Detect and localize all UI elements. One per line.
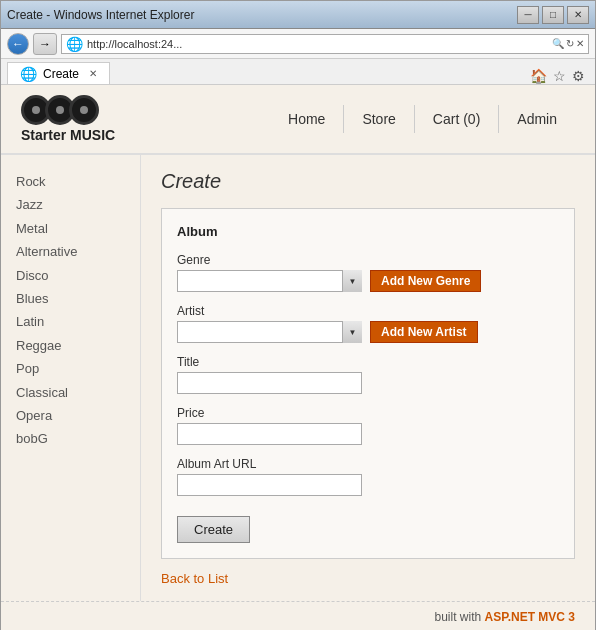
page-icon: 🌐 xyxy=(66,36,83,52)
genre-select[interactable] xyxy=(177,270,362,292)
sidebar-link-classical[interactable]: Classical xyxy=(16,381,125,404)
add-genre-button[interactable]: Add New Genre xyxy=(370,270,481,292)
sidebar-link-opera[interactable]: Opera xyxy=(16,404,125,427)
close-button[interactable]: ✕ xyxy=(567,6,589,24)
artist-group: Artist ▼ Add New Artist xyxy=(177,304,559,343)
sidebar-link-rock[interactable]: Rock xyxy=(16,170,125,193)
tab-bar: 🌐 Create ✕ 🏠 ☆ ⚙ xyxy=(1,59,595,85)
artist-label: Artist xyxy=(177,304,559,318)
genre-select-wrapper: ▼ xyxy=(177,270,362,292)
genre-label: Genre xyxy=(177,253,559,267)
form-box-title: Album xyxy=(177,224,559,239)
sidebar-link-blues[interactable]: Blues xyxy=(16,287,125,310)
active-tab[interactable]: 🌐 Create ✕ xyxy=(7,62,110,84)
title-input[interactable] xyxy=(177,372,362,394)
nav-admin[interactable]: Admin xyxy=(498,105,575,133)
refresh-icon[interactable]: ↻ xyxy=(566,38,574,49)
footer-text: built with xyxy=(435,610,485,624)
artist-select-wrapper: ▼ xyxy=(177,321,362,343)
sidebar-link-disco[interactable]: Disco xyxy=(16,264,125,287)
create-button[interactable]: Create xyxy=(177,516,250,543)
minimize-button[interactable]: ─ xyxy=(517,6,539,24)
add-artist-button[interactable]: Add New Artist xyxy=(370,321,478,343)
album-art-group: Album Art URL xyxy=(177,457,559,496)
sidebar-link-pop[interactable]: Pop xyxy=(16,357,125,380)
address-text: http://localhost:24... xyxy=(87,38,548,50)
nav-cart[interactable]: Cart (0) xyxy=(414,105,498,133)
page-heading: Create xyxy=(161,170,575,193)
artist-select[interactable] xyxy=(177,321,362,343)
main-layout: Rock Jazz Metal Alternative Disco Blues … xyxy=(1,155,595,601)
sidebar-link-alternative[interactable]: Alternative xyxy=(16,240,125,263)
site-header: Starter MUSIC Home Store Cart (0) Admin xyxy=(1,85,595,155)
album-art-label: Album Art URL xyxy=(177,457,559,471)
maximize-button[interactable]: □ xyxy=(542,6,564,24)
title-label: Title xyxy=(177,355,559,369)
sidebar-link-metal[interactable]: Metal xyxy=(16,217,125,240)
price-group: Price xyxy=(177,406,559,445)
tab-label: Create xyxy=(43,67,79,81)
nav-store[interactable]: Store xyxy=(343,105,413,133)
back-button[interactable]: ← xyxy=(7,33,29,55)
tab-close-button[interactable]: ✕ xyxy=(89,68,97,79)
artist-row: ▼ Add New Artist xyxy=(177,321,559,343)
site-nav: Home Store Cart (0) Admin xyxy=(270,105,575,133)
site-title: Starter MUSIC xyxy=(21,127,115,143)
window-title: Create - Windows Internet Explorer xyxy=(7,8,194,22)
nav-home[interactable]: Home xyxy=(270,105,343,133)
back-to-list-link[interactable]: Back to List xyxy=(161,571,575,586)
title-group: Title xyxy=(177,355,559,394)
stop-icon[interactable]: ✕ xyxy=(576,38,584,49)
tab-favicon: 🌐 xyxy=(20,66,37,82)
genre-group: Genre ▼ Add New Genre xyxy=(177,253,559,292)
search-icon[interactable]: 🔍 xyxy=(552,38,564,49)
window-controls: ─ □ ✕ xyxy=(517,6,589,24)
content-area: Create Album Genre ▼ xyxy=(141,155,595,601)
favorites-icon[interactable]: ☆ xyxy=(553,68,566,84)
logo-discs xyxy=(21,95,115,125)
sidebar-link-bobg[interactable]: bobG xyxy=(16,427,125,450)
footer-highlight: ASP.NET MVC 3 xyxy=(485,610,575,624)
home-icon[interactable]: 🏠 xyxy=(530,68,547,84)
logo-area: Starter MUSIC xyxy=(21,95,115,143)
forward-button[interactable]: → xyxy=(33,33,57,55)
page-content: Starter MUSIC Home Store Cart (0) Admin … xyxy=(1,85,595,630)
sidebar: Rock Jazz Metal Alternative Disco Blues … xyxy=(1,155,141,601)
settings-icon[interactable]: ⚙ xyxy=(572,68,585,84)
price-label: Price xyxy=(177,406,559,420)
browser-window: Create - Windows Internet Explorer ─ □ ✕… xyxy=(0,0,596,630)
sidebar-link-jazz[interactable]: Jazz xyxy=(16,193,125,216)
genre-row: ▼ Add New Genre xyxy=(177,270,559,292)
sidebar-link-reggae[interactable]: Reggae xyxy=(16,334,125,357)
album-form-box: Album Genre ▼ Add New Genre xyxy=(161,208,575,559)
browser-tools: 🏠 ☆ ⚙ xyxy=(530,68,589,84)
title-bar: Create - Windows Internet Explorer ─ □ ✕ xyxy=(1,1,595,29)
album-art-input[interactable] xyxy=(177,474,362,496)
address-field[interactable]: 🌐 http://localhost:24... 🔍 ↻ ✕ xyxy=(61,34,589,54)
address-bar: ← → 🌐 http://localhost:24... 🔍 ↻ ✕ xyxy=(1,29,595,59)
page-footer: built with ASP.NET MVC 3 xyxy=(1,601,595,630)
sidebar-link-latin[interactable]: Latin xyxy=(16,310,125,333)
price-input[interactable] xyxy=(177,423,362,445)
disc-3 xyxy=(69,95,99,125)
